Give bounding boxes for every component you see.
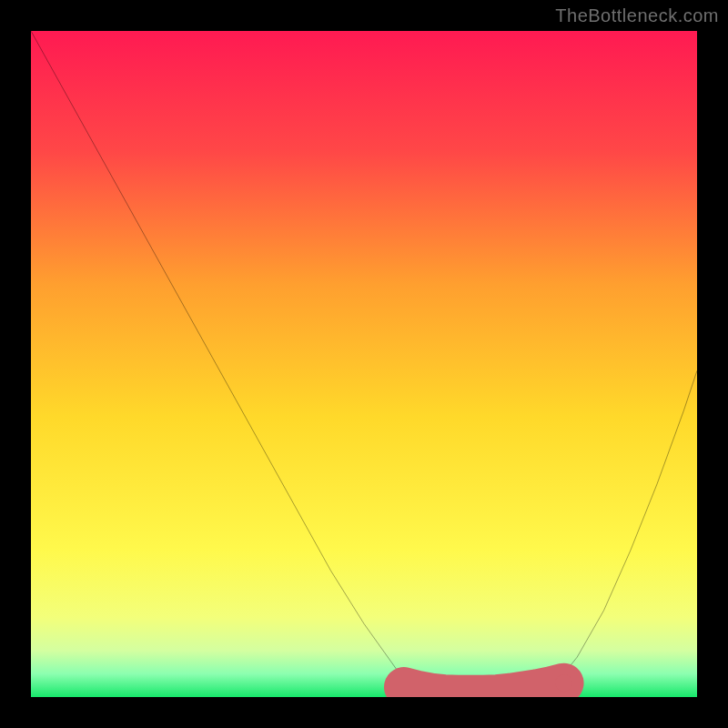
chart-frame: TheBottleneck.com (0, 0, 728, 728)
optimal-range-end-dot (555, 674, 572, 692)
attribution-text: TheBottleneck.com (555, 5, 719, 26)
plot-area (31, 31, 697, 697)
chart-svg (31, 31, 697, 697)
optimal-range-band (404, 683, 564, 695)
gradient-background (31, 31, 697, 697)
